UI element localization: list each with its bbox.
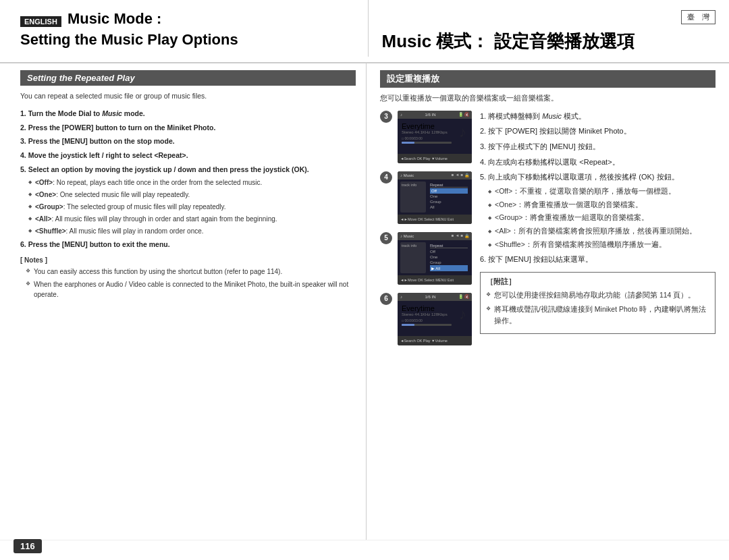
screen4-repeat-title: Repeat [430,183,468,188]
screen3-counter: 1/6 IN [425,113,435,117]
page-number: 116 [14,539,42,553]
note-2: When the earphones or Audio / Video cabl… [26,279,356,300]
screen3-body: Everytime Stereo 44.1KHz 128Kbps □ 00:00… [398,119,472,154]
screen5-right-panel: Repeat Off One Group ▶ All [429,242,469,273]
zh-notes-section: ［附註］ 您可以使用捷徑按鈕簡易地存取此功能（請參閱第 114 頁）。 將耳機或… [480,272,716,333]
main-title-line1: Music Mode : [68,10,161,27]
screen5-topbar: ♪ Music ■◄■🔒 [398,232,472,240]
screen3-bottombar: ◄Search OK Play ▼Volume [398,154,472,163]
zh-step-6: 6. 按下 [MENU] 按鈕以結束選單。 [480,254,716,266]
zh-notes-title: ［附註］ [486,277,709,287]
screen5-body: track info Repeat Off One Group ▶ All [398,240,472,275]
sub-bullet-4: <All>: All music files will play through… [28,214,356,224]
zh-sub-5: <Shuffle>：所有音樂檔案將按照隨機順序播放一遍。 [488,239,716,250]
screen5-block: 5 ♪ Music ■◄■🔒 track info [380,232,472,285]
zh-note-1: 您可以使用捷徑按鈕簡易地存取此功能（請參閱第 114 頁）。 [486,289,709,301]
screen6-bottom-text: ◄Search OK Play ▼Volume [400,339,448,343]
screen6-music-icon: ♪ [400,295,402,299]
screen4-bottom-text: ◄►Move OK Select MENU Exit [400,217,454,221]
screen4-topbar: ♪ Music ■◄■🔒 [398,171,472,179]
screen4-right-panel: Repeat Off One Group All [429,181,469,213]
screen4-music-icon: ♪ Music [400,173,414,177]
screen4-left-info: track info [402,183,425,187]
screen3-progress-fill [402,142,414,144]
screen3-icons: 🔋🔇 [458,112,469,117]
chinese-title: Music 模式： 設定音樂播放選項 [382,30,716,53]
header-section: ENGLISH Music Mode : Setting the Music P… [0,0,729,63]
step4-label: 4. Move the joystick left / right to sel… [20,151,188,159]
screen4-icons: ■◄■🔒 [452,173,469,177]
step1-label: 1. Turn the Mode Dial to Music mode. [20,109,145,117]
screen6-time: □ 00:00/03:00 [402,318,452,323]
screen3-block: 3 ♪ 1/6 IN 🔋🔇 Everyti [380,111,472,163]
step2-label: 2. Press the [POWER] button to turn on t… [20,123,215,132]
zh-notes-bullets: 您可以使用捷徑按鈕簡易地存取此功能（請參閱第 114 頁）。 將耳機或聲訊/視訊… [486,289,709,326]
screen6-topbar: ♪ 1/6 IN 🔋🔇 [398,293,472,301]
step-item-2: 2. Press the [POWER] button to turn on t… [20,123,356,134]
zh-step-4: 4. 向左或向右移動搖桿以選取 <Repeat>。 [480,157,716,169]
screen6-progress-bg [402,324,452,326]
zh-sub-1: <Off>：不重複，從選取音樂的順序，播放每一個標題。 [488,186,716,197]
sub-bullet-1: <Off>: No repeat, plays each title once … [28,177,356,188]
zh-sub-bullets: <Off>：不重複，從選取音樂的順序，播放每一個標題。 <One>：將會重複播放… [480,186,716,250]
screen4-body: track info Repeat Off One Group All [398,179,472,215]
screen5-left-info: track info [402,244,425,248]
screen3-note-watermark: ♪ [459,123,466,141]
left-header: ENGLISH Music Mode : Setting the Music P… [0,0,369,57]
screen5-bottom-text: ◄►Move OK Select MENU Exit [400,278,454,282]
left-section-heading: Setting the Repeated Play [20,70,356,86]
page-footer: 116 [0,540,729,560]
screen5-repeat-title: Repeat [430,244,468,248]
screen5-left-panel: track info [400,242,426,273]
zh-note-2: 將耳機或聲訊/視訊纜線連接到 Miniket Photo 時，內建喇叭將無法操作… [486,304,709,327]
screen6: ♪ 1/6 IN 🔋🔇 Everytime Stereo 44.1KHz 128… [398,293,472,345]
zh-step-5: 5. 向上或向下移動搖桿以選取選項，然後按搖桿 (OK) 按鈕。 <Off>：不… [480,171,716,250]
sub-bullets-list: <Off>: No repeat, plays each title once … [20,177,356,236]
zh-sub-2: <One>：將會重複播放一個選取的音樂檔案。 [488,199,716,211]
note-1: You can easily access this function by u… [26,267,356,277]
screen4-group: Group [430,199,468,204]
screen3-right-panel: ♪ [456,121,469,152]
taiwan-row: 臺 灣 [382,10,716,27]
screen4-left-panel: track info [400,181,426,213]
screen3-songname: Everytime [402,122,452,130]
sub-bullet-3: <Group>: The selected group of music fil… [28,202,356,212]
screen5-group: Group [430,260,468,265]
screen5-bottombar: ◄►Move OK Select MENU Exit [398,275,472,285]
intro-text: You can repeat a selected music file or … [20,91,356,102]
step5-badge: 5 [380,232,392,244]
screen3-topbar: ♪ 1/6 IN 🔋🔇 [398,111,472,119]
screen6-right-panel: ♪ [456,303,469,334]
right-header: 臺 灣 Music 模式： 設定音樂播放選項 [369,0,730,57]
screen3-time: □ 00:00/03:00 [402,136,423,140]
screen6-block: 6 ♪ 1/6 IN 🔋🔇 Everyti [380,293,472,345]
screen5-one: One [430,254,468,260]
step4-badge: 4 [380,171,392,184]
screen3-bottom-text: ◄Search OK Play ▼Volume [400,157,448,161]
step3-badge: 3 [380,111,392,123]
step6-label: 6. Press the [MENU] button to exit the m… [20,240,170,248]
screen5-off: Off [430,249,468,254]
sub-bullet-5: <Shuffle>: All music files will play in … [28,226,356,236]
screen3-music-icon: ♪ [400,113,402,117]
screen4-all: All [430,204,468,210]
screen6-body: Everytime Stereo 44.1KHz 128Kbps □ 00:00… [398,301,472,336]
screen4: ♪ Music ■◄■🔒 track info Repeat [398,171,472,224]
screenshots-column: 3 ♪ 1/6 IN 🔋🔇 Everyti [380,111,472,349]
step-item-5: 5. Select an option by moving the joysti… [20,165,356,236]
step-item-4: 4. Move the joystick left / right to sel… [20,150,356,161]
screen3-info: Everytime Stereo 44.1KHz 128Kbps □ 00:00… [400,121,453,152]
screen5-all: ▶ All [430,265,468,271]
screen3-timebar: □ 00:00/03:00 [402,136,452,140]
screen6-note-watermark: ♪ [459,306,466,323]
zh-intro-text: 您可以重複播放一個選取的音樂檔案或一組音樂檔案。 [380,93,716,104]
main-title-line2: Setting the Music Play Options [20,30,354,50]
screen4-bottombar: ◄►Move OK Select MENU Exit [398,215,472,224]
step3-label: 3. Press the [MENU] button on the stop m… [20,137,175,145]
screen3: ♪ 1/6 IN 🔋🔇 Everytime Stereo 44.1KHz 128… [398,111,472,163]
zh-steps-list: 1. 將模式轉盤轉到 Music 模式。 2. 按下 [POWER] 按鈕以開啓… [480,111,716,266]
screen6-bottombar: ◄Search OK Play ▼Volume [398,336,472,345]
notes-section: [ Notes ] You can easily access this fun… [20,256,356,300]
step-item-6: 6. Press the [MENU] button to exit the m… [20,240,356,250]
screen4-one: One [430,194,468,199]
